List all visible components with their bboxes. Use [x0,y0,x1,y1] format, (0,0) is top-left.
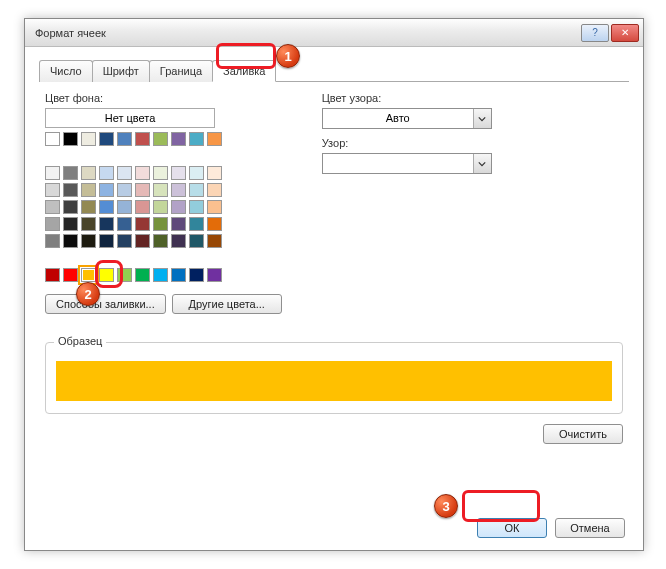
tabstrip: Число Шрифт Граница Заливка [39,59,629,82]
color-swatch[interactable] [189,200,204,214]
color-swatch[interactable] [207,183,222,197]
color-swatch[interactable] [207,268,222,282]
color-swatch[interactable] [135,132,150,146]
pattern-combo[interactable] [322,153,492,174]
color-swatch[interactable] [117,200,132,214]
more-colors-button[interactable]: Другие цвета... [172,294,282,314]
color-swatch[interactable] [171,268,186,282]
close-button[interactable]: ✕ [611,24,639,42]
tab-content: Цвет фона: Нет цвета Способы заливки... … [39,82,629,450]
color-swatch[interactable] [135,268,150,282]
color-swatch[interactable] [135,166,150,180]
pattern-section: Цвет узора: Авто Узор: [322,92,492,314]
color-swatch[interactable] [63,166,78,180]
color-swatch[interactable] [171,183,186,197]
color-swatch[interactable] [207,234,222,248]
sample-label: Образец [54,335,106,347]
tab-fill[interactable]: Заливка [212,60,276,82]
dialog-body: Число Шрифт Граница Заливка Цвет фона: Н… [25,47,643,550]
color-swatch[interactable] [117,166,132,180]
color-swatch[interactable] [81,234,96,248]
color-swatch[interactable] [117,268,132,282]
color-swatch[interactable] [117,217,132,231]
color-swatch[interactable] [81,200,96,214]
color-swatch[interactable] [171,200,186,214]
help-button[interactable]: ? [581,24,609,42]
color-swatch[interactable] [99,200,114,214]
color-swatch[interactable] [189,234,204,248]
color-swatch[interactable] [63,234,78,248]
window-title: Формат ячеек [35,27,581,39]
color-swatch[interactable] [63,200,78,214]
color-swatch[interactable] [63,217,78,231]
color-swatch[interactable] [99,166,114,180]
color-swatch[interactable] [45,200,60,214]
annotation-badge-1: 1 [276,44,300,68]
color-swatch[interactable] [207,132,222,146]
window-buttons: ? ✕ [581,24,639,42]
color-swatch[interactable] [117,132,132,146]
color-swatch[interactable] [99,132,114,146]
dialog-footer: ОК Отмена [477,518,625,538]
no-color-button[interactable]: Нет цвета [45,108,215,128]
color-swatch[interactable] [171,234,186,248]
color-swatch[interactable] [189,183,204,197]
color-swatch[interactable] [45,217,60,231]
color-palette [45,132,282,284]
color-swatch[interactable] [189,166,204,180]
tab-number[interactable]: Число [39,60,93,82]
color-swatch[interactable] [45,234,60,248]
sample-groupbox: Образец [45,342,623,414]
tab-border[interactable]: Граница [149,60,213,82]
color-swatch[interactable] [153,200,168,214]
chevron-down-icon [473,154,491,173]
color-swatch[interactable] [135,234,150,248]
sample-swatch [56,361,612,401]
fill-effects-button[interactable]: Способы заливки... [45,294,166,314]
format-cells-dialog: Формат ячеек ? ✕ Число Шрифт Граница Зал… [24,18,644,551]
annotation-badge-3: 3 [434,494,458,518]
color-swatch[interactable] [117,234,132,248]
color-swatch[interactable] [171,132,186,146]
color-swatch[interactable] [63,132,78,146]
color-swatch[interactable] [81,183,96,197]
color-swatch[interactable] [207,200,222,214]
color-swatch[interactable] [153,217,168,231]
color-swatch[interactable] [81,268,96,282]
color-swatch[interactable] [153,268,168,282]
color-swatch[interactable] [171,166,186,180]
color-swatch[interactable] [189,132,204,146]
color-swatch[interactable] [153,166,168,180]
color-swatch[interactable] [63,268,78,282]
pattern-color-combo[interactable]: Авто [322,108,492,129]
color-swatch[interactable] [99,217,114,231]
color-swatch[interactable] [135,217,150,231]
color-swatch[interactable] [153,234,168,248]
color-swatch[interactable] [99,183,114,197]
color-swatch[interactable] [45,132,60,146]
color-swatch[interactable] [135,200,150,214]
color-swatch[interactable] [135,183,150,197]
color-swatch[interactable] [153,132,168,146]
color-swatch[interactable] [45,183,60,197]
cancel-button[interactable]: Отмена [555,518,625,538]
ok-button[interactable]: ОК [477,518,547,538]
color-swatch[interactable] [207,166,222,180]
color-swatch[interactable] [171,217,186,231]
color-swatch[interactable] [117,183,132,197]
color-swatch[interactable] [99,234,114,248]
color-swatch[interactable] [153,183,168,197]
tab-font[interactable]: Шрифт [92,60,150,82]
color-swatch[interactable] [189,268,204,282]
color-swatch[interactable] [189,217,204,231]
color-swatch[interactable] [63,183,78,197]
color-swatch[interactable] [45,268,60,282]
color-swatch[interactable] [81,166,96,180]
titlebar[interactable]: Формат ячеек ? ✕ [25,19,643,47]
color-swatch[interactable] [81,217,96,231]
color-swatch[interactable] [207,217,222,231]
clear-button[interactable]: Очистить [543,424,623,444]
color-swatch[interactable] [99,268,114,282]
color-swatch[interactable] [45,166,60,180]
color-swatch[interactable] [81,132,96,146]
